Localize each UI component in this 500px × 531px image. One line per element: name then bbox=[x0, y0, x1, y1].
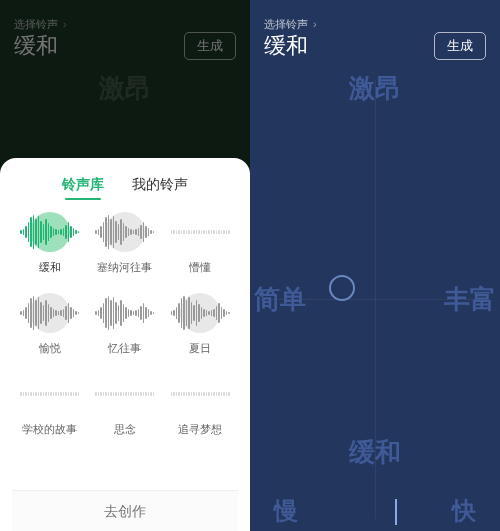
pane-ringtone-green: 选择铃声 › 缓和 生成 激昂 铃声库 我的铃声 缓和塞纳河往事懵懂愉悦忆往事夏… bbox=[0, 0, 250, 531]
speed-label-slow: 慢 bbox=[260, 498, 312, 524]
preset-label: 懵懂 bbox=[189, 260, 211, 275]
mood-label-left: 简单 bbox=[254, 285, 306, 314]
ringtone-preset[interactable]: 愉悦 bbox=[17, 291, 83, 356]
tabs: 铃声库 我的铃声 bbox=[12, 176, 238, 200]
preset-label: 夏日 bbox=[189, 341, 211, 356]
preset-label: 思念 bbox=[114, 422, 136, 437]
waveform-icon bbox=[19, 291, 81, 335]
preset-label: 忆往事 bbox=[108, 341, 141, 356]
pane-ringtone-blue: 选择铃声 › 缓和 生成 激昂 缓和 简单 丰富 慢 快 bbox=[250, 0, 500, 531]
preset-label: 追寻梦想 bbox=[178, 422, 222, 437]
tab-library[interactable]: 铃声库 bbox=[62, 176, 104, 200]
mood-grid[interactable]: 激昂 缓和 简单 丰富 慢 快 bbox=[250, 70, 500, 529]
page-title: 缓和 bbox=[264, 33, 317, 59]
chevron-right-icon: › bbox=[313, 18, 317, 30]
ringtone-library-sheet: 铃声库 我的铃声 缓和塞纳河往事懵懂愉悦忆往事夏日学校的故事思念追寻梦想 去创作 bbox=[0, 158, 250, 531]
preset-label: 塞纳河往事 bbox=[97, 260, 152, 275]
waveform-icon bbox=[19, 372, 81, 416]
tab-my-ringtones[interactable]: 我的铃声 bbox=[132, 176, 188, 200]
ringtone-preset[interactable]: 缓和 bbox=[17, 210, 83, 275]
waveform-icon bbox=[94, 372, 156, 416]
speed-label-fast: 快 bbox=[438, 498, 490, 524]
preset-grid: 缓和塞纳河往事懵懂愉悦忆往事夏日学校的故事思念追寻梦想 bbox=[12, 210, 238, 490]
ringtone-preset[interactable]: 夏日 bbox=[167, 291, 233, 356]
ringtone-preset[interactable]: 塞纳河往事 bbox=[92, 210, 158, 275]
mood-selector-handle[interactable] bbox=[329, 275, 355, 301]
create-button[interactable]: 去创作 bbox=[12, 490, 238, 531]
waveform-icon bbox=[94, 210, 156, 254]
breadcrumb[interactable]: 选择铃声 › bbox=[264, 18, 317, 31]
waveform-icon bbox=[169, 210, 231, 254]
waveform-icon bbox=[19, 210, 81, 254]
mood-label-bottom: 缓和 bbox=[349, 438, 401, 467]
waveform-icon bbox=[94, 291, 156, 335]
generate-button[interactable]: 生成 bbox=[434, 32, 486, 60]
ringtone-preset[interactable]: 思念 bbox=[92, 372, 158, 437]
preset-label: 缓和 bbox=[39, 260, 61, 275]
waveform-icon bbox=[169, 372, 231, 416]
ringtone-preset[interactable]: 追寻梦想 bbox=[167, 372, 233, 437]
ringtone-preset[interactable]: 忆往事 bbox=[92, 291, 158, 356]
speed-cursor[interactable] bbox=[395, 499, 397, 525]
mood-label-right: 丰富 bbox=[444, 285, 496, 314]
mood-label-top: 激昂 bbox=[349, 74, 401, 103]
waveform-icon bbox=[169, 291, 231, 335]
breadcrumb-label: 选择铃声 bbox=[264, 18, 308, 30]
ringtone-preset[interactable]: 懵懂 bbox=[167, 210, 233, 275]
ringtone-preset[interactable]: 学校的故事 bbox=[17, 372, 83, 437]
header: 选择铃声 › 缓和 生成 bbox=[250, 0, 500, 70]
preset-label: 愉悦 bbox=[39, 341, 61, 356]
preset-label: 学校的故事 bbox=[22, 422, 77, 437]
